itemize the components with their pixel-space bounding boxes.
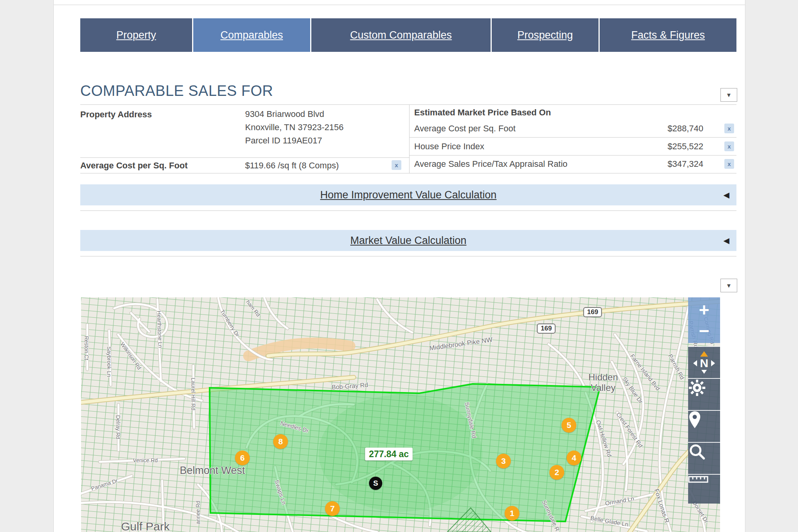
comp-marker-1[interactable]: 1 — [505, 506, 519, 521]
collapse-section-button[interactable]: ▼ — [720, 88, 737, 102]
search-button[interactable] — [688, 442, 720, 474]
pan-left-icon[interactable] — [693, 360, 697, 366]
page-title: COMPARABLE SALES FOR — [80, 83, 273, 99]
remove-estimate-button[interactable]: x — [724, 141, 734, 151]
tab-facts-figures[interactable]: Facts & Figures — [600, 18, 736, 52]
market-value-accordion[interactable]: Market Value Calculation ◀ — [80, 230, 736, 251]
road-label: Venice Rd — [133, 457, 158, 463]
estimated-row-value: $288,740 — [641, 124, 703, 134]
map-canvas[interactable]: Middlebrook Pike NWBob-Gray RdNeedles Dr… — [81, 297, 720, 532]
divider — [409, 155, 736, 156]
tab-prospecting-label: Prospecting — [517, 29, 573, 41]
chevron-left-icon: ◀ — [724, 236, 729, 245]
ruler-icon — [688, 475, 708, 484]
compass-north-label: N — [700, 357, 708, 370]
zoom-panel: + − — [688, 297, 720, 343]
compass-control[interactable]: N — [688, 346, 720, 378]
tab-prospecting[interactable]: Prospecting — [492, 18, 598, 52]
remove-avg-cost-button[interactable]: x — [392, 160, 401, 170]
route-shield-169: 169 — [583, 307, 602, 317]
divider — [80, 104, 736, 105]
estimated-row-label: House Price Index — [414, 141, 484, 152]
comp-marker-4[interactable]: 4 — [567, 451, 581, 465]
divider — [80, 157, 409, 158]
road-label: Delray Rd — [115, 415, 121, 439]
road-label: annee Rd — [195, 501, 201, 525]
remove-estimate-button[interactable]: x — [724, 159, 734, 169]
tab-property[interactable]: Property — [80, 18, 192, 52]
estimated-row-value: $255,522 — [641, 141, 703, 152]
column-divider — [409, 104, 410, 173]
tab-custom-comparables[interactable]: Custom Comparables — [311, 18, 491, 52]
divider — [80, 210, 736, 211]
divider — [409, 173, 736, 173]
close-icon: x — [727, 161, 731, 167]
measure-button[interactable] — [688, 474, 720, 504]
page: Property Comparables Custom Comparables … — [0, 0, 798, 532]
tab-facts-figures-label: Facts & Figures — [631, 29, 705, 41]
divider — [409, 137, 736, 138]
tab-comparables-label: Comparables — [221, 29, 283, 41]
route-shield-169: 169 — [537, 323, 556, 334]
settings-button[interactable] — [688, 378, 720, 410]
tab-comparables[interactable]: Comparables — [193, 18, 310, 52]
comp-marker-2[interactable]: 2 — [549, 465, 564, 480]
collapse-map-button[interactable]: ▼ — [720, 279, 737, 292]
close-icon: x — [727, 143, 731, 150]
estimated-row-value: $347,324 — [641, 159, 703, 169]
subject-marker[interactable]: S — [369, 477, 382, 490]
address-line-3: Parcel ID 119AE017 — [245, 134, 344, 147]
avg-cost-value: $119.66 /sq ft (8 Comps) — [245, 159, 339, 172]
place-label: Hidden — [588, 372, 618, 383]
tab-property-label: Property — [116, 29, 156, 41]
remove-estimate-button[interactable]: x — [724, 124, 734, 133]
area-label: 277.84 ac — [365, 448, 413, 461]
estimated-header: Estimated Market Price Based On — [414, 108, 551, 118]
comp-marker-3[interactable]: 3 — [496, 454, 511, 468]
comp-marker-5[interactable]: 5 — [561, 418, 576, 433]
home-improvement-label: Home Improvement Value Calculation — [320, 189, 497, 201]
avg-cost-label: Average Cost per Sq. Foot — [80, 161, 187, 171]
tab-bar: Property Comparables Custom Comparables … — [80, 18, 736, 52]
chevron-left-icon: ◀ — [724, 190, 729, 200]
estimated-row-label: Average Sales Price/Tax Appraisal Ratio — [414, 159, 567, 169]
top-divider — [54, 5, 745, 5]
close-icon: x — [727, 125, 731, 132]
pan-down-icon[interactable] — [701, 370, 707, 374]
road-label: Reston Ct — [83, 336, 90, 360]
place-label: Valley — [591, 382, 616, 393]
address-line-2: Knoxville, TN 37923-2156 — [245, 121, 344, 134]
pan-up-icon[interactable] — [700, 351, 708, 357]
place-label: Belmont West — [180, 465, 245, 477]
tab-custom-comparables-label: Custom Comparables — [350, 29, 452, 41]
property-address-label: Property Address — [80, 110, 152, 120]
road-label: Laurel Hill Rd — [190, 378, 196, 410]
road-label: Saybrook Ln — [106, 346, 112, 377]
zoom-out-button[interactable]: − — [699, 322, 710, 340]
place-label: Gulf Park — [121, 520, 169, 532]
content-card: Property Comparables Custom Comparables … — [53, 0, 745, 532]
location-pin-icon — [688, 411, 701, 429]
property-address-value: 9304 Briarwood Blvd Knoxville, TN 37923-… — [245, 108, 344, 147]
comp-marker-7[interactable]: 7 — [325, 501, 340, 516]
road-label: Hearthstone Ln — [156, 311, 163, 348]
address-line-1: 9304 Briarwood Blvd — [245, 108, 344, 121]
close-icon: x — [395, 162, 398, 168]
home-improvement-accordion[interactable]: Home Improvement Value Calculation ◀ — [80, 184, 736, 205]
divider — [80, 256, 736, 256]
gear-icon — [688, 379, 706, 397]
chevron-down-icon: ▼ — [726, 282, 732, 289]
comp-marker-6[interactable]: 6 — [235, 451, 250, 465]
pan-right-icon[interactable] — [711, 360, 715, 366]
comp-marker-8[interactable]: 8 — [273, 434, 288, 449]
chevron-down-icon: ▼ — [726, 92, 732, 98]
zoom-in-button[interactable]: + — [699, 301, 710, 319]
divider — [80, 173, 409, 173]
magnifier-icon — [688, 443, 706, 461]
market-value-label: Market Value Calculation — [350, 235, 466, 247]
estimated-row-label: Average Cost per Sq. Foot — [414, 124, 516, 134]
location-button[interactable] — [688, 410, 720, 442]
